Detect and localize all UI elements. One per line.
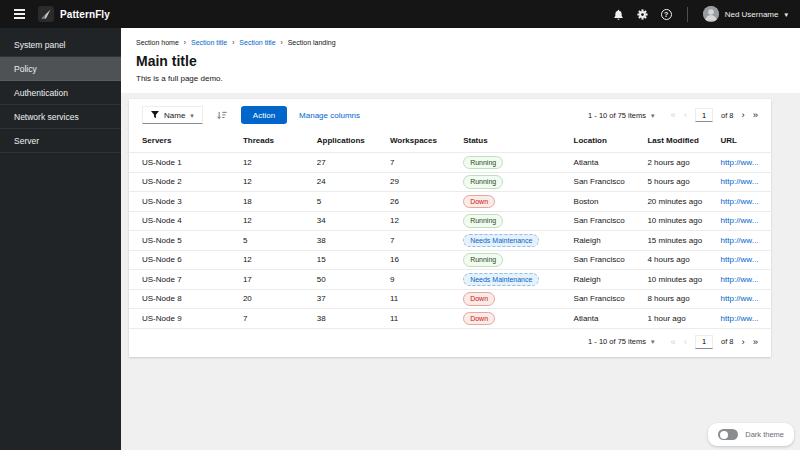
sidebar-item-network-services[interactable]: Network services (0, 105, 121, 129)
url-link[interactable]: http://ww... (721, 197, 759, 206)
cell-location: San Francisco (566, 250, 640, 270)
breadcrumb-link[interactable]: Section title (239, 39, 275, 46)
column-header-threads[interactable]: Threads (235, 130, 309, 153)
sidebar-item-policy[interactable]: Policy (0, 57, 121, 81)
user-menu[interactable]: Ned Username ▾ (703, 6, 788, 22)
table-body: US-Node 1 12 27 7 Running Atlanta 2 hour… (129, 153, 771, 329)
help-question-icon[interactable]: ? (661, 9, 672, 20)
page-number-input[interactable] (695, 335, 713, 349)
cell-threads: 17 (235, 270, 309, 290)
next-page-button[interactable]: › (742, 337, 745, 347)
cell-url: http://ww... (713, 270, 771, 290)
previous-page-button[interactable]: ‹ (684, 110, 687, 120)
masthead: PatternFly ? (0, 0, 800, 28)
cell-workspaces: 12 (382, 211, 455, 231)
sort-button[interactable] (215, 109, 229, 122)
column-header-workspaces[interactable]: Workspaces (382, 130, 455, 153)
page-description: This is a full page demo. (136, 74, 785, 83)
previous-page-button[interactable]: ‹ (684, 337, 687, 347)
table-row: US-Node 4 12 34 12 Running San Francisco… (129, 211, 771, 231)
url-link[interactable]: http://ww... (721, 236, 759, 245)
page-count-label: of 8 (721, 111, 734, 120)
cell-url: http://ww... (713, 289, 771, 309)
cell-last-modified: 8 hours ago (639, 289, 712, 309)
pagination-caret-icon: ▾ (651, 338, 655, 345)
page-header: Section home › Section title › Section t… (121, 28, 800, 93)
cell-server: US-Node 9 (129, 309, 235, 329)
pagination-summary-dropdown[interactable]: 1 - 10 of 75 items ▾ (588, 337, 654, 346)
dark-theme-toggle[interactable] (718, 429, 738, 440)
breadcrumb-chevron-icon: › (232, 39, 234, 46)
status-badge: Running (463, 156, 503, 170)
column-header-location[interactable]: Location (566, 130, 640, 153)
status-badge: Running (463, 253, 503, 267)
cell-workspaces: 9 (382, 270, 455, 290)
sidebar-item-system-panel[interactable]: System panel (0, 33, 121, 57)
cell-status: Needs Maintenance (455, 270, 565, 290)
column-header-servers[interactable]: Servers (129, 130, 235, 153)
manage-columns-button[interactable]: Manage columns (299, 111, 360, 120)
avatar (703, 6, 719, 22)
url-link[interactable]: http://ww... (721, 216, 759, 225)
cell-threads: 20 (235, 289, 309, 309)
filter-caret-icon: ▾ (190, 112, 194, 119)
status-badge: Needs Maintenance (463, 273, 539, 287)
column-header-applications[interactable]: Applications (309, 130, 382, 153)
pagination-summary-dropdown[interactable]: 1 - 10 of 75 items ▾ (588, 111, 654, 120)
table-row: US-Node 2 12 24 29 Running San Francisco… (129, 172, 771, 192)
cell-server: US-Node 6 (129, 250, 235, 270)
notifications-bell-icon[interactable] (613, 9, 624, 20)
cell-applications: 5 (309, 192, 382, 212)
url-link[interactable]: http://ww... (721, 158, 759, 167)
action-button[interactable]: Action (241, 106, 287, 124)
toggle-knob (720, 431, 728, 439)
cell-location: San Francisco (566, 172, 640, 192)
url-link[interactable]: http://ww... (721, 275, 759, 284)
first-page-button[interactable]: « (671, 337, 676, 347)
nav-toggle-hamburger-icon[interactable] (12, 6, 27, 22)
main-content: Section home › Section title › Section t… (121, 28, 800, 450)
filter-dropdown[interactable]: Name ▾ (142, 106, 203, 124)
column-header-status[interactable]: Status (455, 130, 565, 153)
status-badge: Down (463, 312, 495, 326)
cell-url: http://ww... (713, 153, 771, 173)
cell-workspaces: 26 (382, 192, 455, 212)
url-link[interactable]: http://ww... (721, 294, 759, 303)
breadcrumb-link[interactable]: Section title (191, 39, 227, 46)
cell-location: Raleigh (566, 270, 640, 290)
brand-logo[interactable]: PatternFly (38, 6, 110, 22)
patternfly-logo-icon (38, 6, 54, 22)
brand-name: PatternFly (60, 9, 110, 20)
cell-status: Down (455, 309, 565, 329)
sidebar-item-authentication[interactable]: Authentication (0, 81, 121, 105)
next-page-button[interactable]: › (742, 110, 745, 120)
cell-location: Atlanta (566, 309, 640, 329)
cell-applications: 27 (309, 153, 382, 173)
url-link[interactable]: http://ww... (721, 177, 759, 186)
last-page-button[interactable]: » (753, 110, 758, 120)
cell-status: Down (455, 192, 565, 212)
sidebar-nav: System panel Policy Authentication Netwo… (0, 28, 121, 450)
cell-workspaces: 7 (382, 231, 455, 251)
url-link[interactable]: http://ww... (721, 255, 759, 264)
user-menu-caret-icon: ▾ (784, 11, 788, 18)
pagination-caret-icon: ▾ (651, 112, 655, 119)
url-link[interactable]: http://ww... (721, 314, 759, 323)
column-header-last-modified[interactable]: Last Modified (639, 130, 712, 153)
page-number-input[interactable] (695, 108, 713, 122)
servers-table: Servers Threads Applications Workspaces … (129, 130, 771, 329)
cell-status: Running (455, 250, 565, 270)
last-page-button[interactable]: » (753, 337, 758, 347)
first-page-button[interactable]: « (671, 110, 676, 120)
column-header-url[interactable]: URL (713, 130, 771, 153)
breadcrumb-chevron-icon: › (184, 39, 186, 46)
sidebar-item-server[interactable]: Server (0, 129, 121, 153)
table-row: US-Node 9 7 38 11 Down Atlanta 1 hour ag… (129, 309, 771, 329)
settings-gear-icon[interactable] (637, 9, 648, 20)
pagination-summary: 1 - 10 of 75 items (588, 337, 646, 346)
cell-url: http://ww... (713, 309, 771, 329)
cell-threads: 12 (235, 250, 309, 270)
breadcrumb-chevron-icon: › (281, 39, 283, 46)
table-row: US-Node 1 12 27 7 Running Atlanta 2 hour… (129, 153, 771, 173)
cell-threads: 7 (235, 309, 309, 329)
